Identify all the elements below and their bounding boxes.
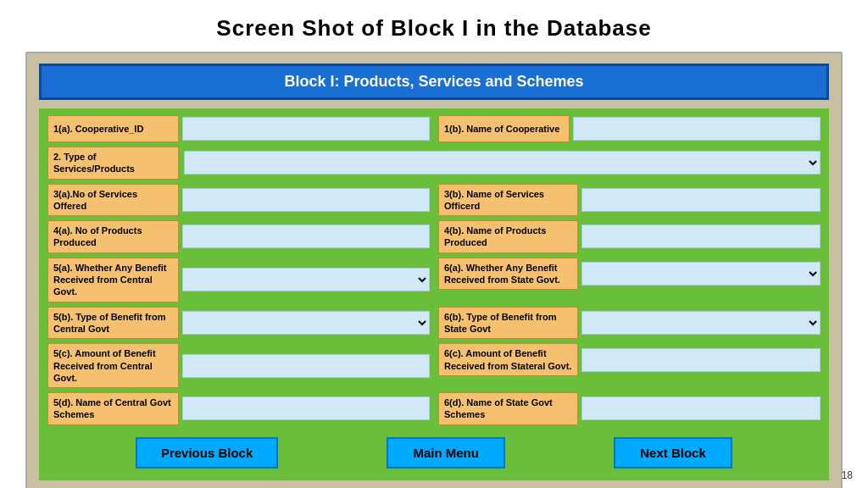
label-type-benefit-state: 6(b). Type of Benefit from State Govt [438, 307, 578, 340]
row5d-left: 5(d). Name of Central Govt Schemes [47, 392, 430, 425]
row-4: 4(a). No of Products Produced 4(b). Name… [47, 220, 821, 253]
select-type-benefit-central[interactable] [182, 311, 430, 335]
row5a-right: 6(a). Whether Any Benefit Received from … [438, 258, 821, 291]
row5c-left: 5(c). Amount of Benefit Received from Ce… [47, 343, 430, 388]
input-name-cooperative[interactable] [573, 117, 821, 141]
label-no-products: 4(a). No of Products Produced [47, 220, 179, 253]
label-no-services: 3(a).No of Services Offered [47, 184, 179, 217]
row1-left: 1(a). Cooperative_ID [47, 115, 430, 142]
row5a-left: 5(a). Whether Any Benefit Received from … [47, 258, 430, 302]
select-type-benefit-state[interactable] [581, 311, 821, 335]
label-cooperative-id: 1(a). Cooperative_ID [47, 115, 179, 142]
label-schemes-state: 6(d). Name of State Govt Schemes [438, 392, 578, 425]
row-5b: 5(b). Type of Benefit from Central Govt … [47, 307, 821, 340]
input-schemes-central[interactable] [182, 396, 430, 420]
outer-container: Block I: Products, Services and Schemes … [25, 52, 843, 488]
input-amount-central[interactable] [182, 354, 430, 378]
button-row: Previous Block Main Menu Next Block [47, 434, 821, 472]
form-area: 1(a). Cooperative_ID 1(b). Name of Coope… [39, 108, 829, 480]
row5c-right: 6(c). Amount of Benefit Received from St… [438, 343, 821, 376]
row3-right: 3(b). Name of Services Officerd [438, 184, 821, 217]
row4-right: 4(b). Name of Products Produced [438, 220, 821, 253]
input-name-services[interactable] [581, 188, 821, 212]
row-5a: 5(a). Whether Any Benefit Received from … [47, 258, 821, 302]
label-amount-central: 5(c). Amount of Benefit Received from Ce… [47, 343, 179, 388]
input-amount-state[interactable] [581, 348, 821, 372]
row-5d: 5(d). Name of Central Govt Schemes 6(d).… [47, 392, 821, 425]
main-menu-button[interactable]: Main Menu [387, 437, 505, 469]
block-header: Block I: Products, Services and Schemes [39, 64, 829, 100]
row-3: 3(a).No of Services Offered 3(b). Name o… [47, 184, 821, 217]
input-name-products[interactable] [581, 225, 821, 248]
select-benefit-central[interactable] [182, 268, 430, 291]
row-1: 1(a). Cooperative_ID 1(b). Name of Coope… [47, 115, 821, 142]
label-name-services: 3(b). Name of Services Officerd [438, 184, 578, 217]
label-type-services: 2. Type of Services/Products [47, 147, 179, 180]
row-2: 2. Type of Services/Products [47, 147, 821, 180]
page-number: 18 [842, 469, 853, 481]
row1-right: 1(b). Name of Cooperative [438, 115, 821, 142]
next-block-button[interactable]: Next Block [614, 437, 732, 469]
input-schemes-state[interactable] [581, 396, 821, 420]
label-name-products: 4(b). Name of Products Produced [438, 220, 578, 253]
row-5c: 5(c). Amount of Benefit Received from Ce… [47, 343, 821, 388]
row3-left: 3(a).No of Services Offered [47, 184, 430, 217]
label-type-benefit-central: 5(b). Type of Benefit from Central Govt [47, 307, 179, 340]
input-no-products[interactable] [182, 225, 430, 248]
row5b-left: 5(b). Type of Benefit from Central Govt [47, 307, 430, 340]
select-type-services[interactable] [184, 151, 821, 175]
label-benefit-state: 6(a). Whether Any Benefit Received from … [438, 258, 578, 291]
row4-left: 4(a). No of Products Produced [47, 220, 430, 253]
label-amount-state: 6(c). Amount of Benefit Received from St… [438, 343, 578, 376]
label-schemes-central: 5(d). Name of Central Govt Schemes [47, 392, 179, 425]
input-cooperative-id[interactable] [182, 117, 430, 141]
select-benefit-state[interactable] [581, 262, 821, 286]
row5b-right: 6(b). Type of Benefit from State Govt [438, 307, 821, 340]
input-no-services[interactable] [182, 188, 430, 212]
label-benefit-central: 5(a). Whether Any Benefit Received from … [47, 258, 179, 302]
previous-block-button[interactable]: Previous Block [136, 437, 278, 469]
row5d-right: 6(d). Name of State Govt Schemes [438, 392, 821, 425]
label-name-cooperative: 1(b). Name of Cooperative [438, 115, 570, 142]
page-title: Screen Shot of Block I in the Database [0, 0, 868, 52]
